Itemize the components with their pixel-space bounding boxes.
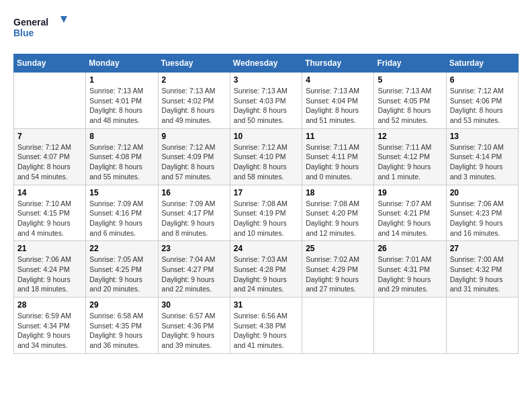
- daylight-text: Daylight: 9 hours and 12 minutes.: [306, 218, 370, 238]
- day-number: 1: [89, 75, 154, 85]
- daylight-text: Daylight: 8 hours and 55 minutes.: [89, 162, 154, 181]
- sunrise-text: Sunrise: 7:03 AM: [234, 255, 298, 265]
- sunrise-text: Sunrise: 7:12 AM: [234, 142, 298, 152]
- sunset-text: Sunset: 4:15 PM: [17, 208, 82, 218]
- day-info: Sunrise: 7:04 AM Sunset: 4:27 PM Dayligh…: [162, 255, 226, 294]
- sunset-text: Sunset: 4:02 PM: [162, 96, 226, 106]
- sunrise-text: Sunrise: 7:09 AM: [162, 199, 226, 209]
- sunrise-text: Sunrise: 7:11 AM: [378, 142, 442, 152]
- week-row-4: 21 Sunrise: 7:06 AM Sunset: 4:24 PM Dayl…: [14, 241, 519, 298]
- day-info: Sunrise: 7:01 AM Sunset: 4:31 PM Dayligh…: [378, 255, 442, 294]
- day-number: 11: [306, 132, 370, 141]
- daylight-text: Daylight: 9 hours and 1 minute.: [378, 162, 442, 181]
- day-info: Sunrise: 6:59 AM Sunset: 4:34 PM Dayligh…: [17, 311, 82, 351]
- sunset-text: Sunset: 4:11 PM: [306, 152, 370, 162]
- daylight-text: Daylight: 9 hours and 39 minutes.: [162, 330, 226, 350]
- day-header-tuesday: Tuesday: [158, 54, 230, 73]
- daylight-text: Daylight: 8 hours and 57 minutes.: [162, 162, 226, 181]
- sunset-text: Sunset: 4:19 PM: [234, 208, 298, 218]
- day-number: 18: [306, 188, 370, 197]
- sunset-text: Sunset: 4:03 PM: [234, 96, 298, 106]
- calendar-cell: 26 Sunrise: 7:01 AM Sunset: 4:31 PM Dayl…: [374, 241, 446, 298]
- sunset-text: Sunset: 4:16 PM: [89, 208, 154, 218]
- sunrise-text: Sunrise: 7:09 AM: [89, 199, 154, 209]
- day-info: Sunrise: 7:11 AM Sunset: 4:12 PM Dayligh…: [378, 142, 442, 182]
- calendar-table: SundayMondayTuesdayWednesdayThursdayFrid…: [13, 54, 519, 354]
- sunset-text: Sunset: 4:20 PM: [306, 208, 370, 218]
- day-number: 16: [162, 188, 226, 197]
- day-number: 23: [162, 244, 226, 253]
- daylight-text: Daylight: 8 hours and 51 minutes.: [306, 105, 370, 125]
- sunset-text: Sunset: 4:09 PM: [162, 152, 226, 162]
- day-number: 27: [450, 244, 515, 253]
- calendar-cell: [374, 298, 446, 354]
- svg-text:Blue: Blue: [13, 28, 34, 38]
- day-number: 30: [162, 300, 226, 310]
- sunrise-text: Sunrise: 7:01 AM: [378, 255, 442, 265]
- svg-text:General: General: [13, 17, 48, 28]
- daylight-text: Daylight: 8 hours and 54 minutes.: [17, 162, 82, 181]
- calendar-cell: 20 Sunrise: 7:06 AM Sunset: 4:23 PM Dayl…: [446, 185, 518, 241]
- day-info: Sunrise: 7:13 AM Sunset: 4:01 PM Dayligh…: [89, 86, 154, 126]
- sunset-text: Sunset: 4:08 PM: [89, 152, 154, 162]
- sunrise-text: Sunrise: 7:06 AM: [450, 199, 515, 209]
- day-number: 8: [89, 132, 154, 141]
- day-header-wednesday: Wednesday: [230, 54, 302, 73]
- calendar-cell: 15 Sunrise: 7:09 AM Sunset: 4:16 PM Dayl…: [86, 185, 158, 241]
- sunrise-text: Sunrise: 7:11 AM: [306, 142, 370, 152]
- calendar-cell: [302, 298, 374, 354]
- day-info: Sunrise: 7:02 AM Sunset: 4:29 PM Dayligh…: [306, 255, 370, 294]
- day-number: 3: [234, 75, 298, 85]
- svg-marker-2: [60, 16, 67, 23]
- sunset-text: Sunset: 4:17 PM: [162, 208, 226, 218]
- daylight-text: Daylight: 9 hours and 3 minutes.: [450, 162, 515, 181]
- calendar-cell: 10 Sunrise: 7:12 AM Sunset: 4:10 PM Dayl…: [230, 128, 302, 185]
- day-info: Sunrise: 7:08 AM Sunset: 4:20 PM Dayligh…: [306, 199, 370, 238]
- daylight-text: Daylight: 9 hours and 22 minutes.: [162, 275, 226, 294]
- day-number: 14: [17, 188, 82, 197]
- sunset-text: Sunset: 4:21 PM: [378, 208, 442, 218]
- sunset-text: Sunset: 4:04 PM: [306, 96, 370, 106]
- daylight-text: Daylight: 9 hours and 31 minutes.: [450, 275, 515, 294]
- daylight-text: Daylight: 8 hours and 53 minutes.: [450, 105, 515, 125]
- calendar-cell: 24 Sunrise: 7:03 AM Sunset: 4:28 PM Dayl…: [230, 241, 302, 298]
- header-row: SundayMondayTuesdayWednesdayThursdayFrid…: [14, 54, 519, 73]
- day-info: Sunrise: 7:12 AM Sunset: 4:06 PM Dayligh…: [450, 86, 515, 126]
- calendar-cell: [446, 298, 518, 354]
- day-header-monday: Monday: [86, 54, 158, 73]
- sunrise-text: Sunrise: 6:59 AM: [17, 311, 82, 321]
- day-number: 6: [450, 75, 515, 85]
- sunset-text: Sunset: 4:14 PM: [450, 152, 515, 162]
- daylight-text: Daylight: 9 hours and 24 minutes.: [234, 275, 298, 294]
- sunset-text: Sunset: 4:12 PM: [378, 152, 442, 162]
- day-number: 22: [89, 244, 154, 253]
- daylight-text: Daylight: 8 hours and 58 minutes.: [234, 162, 298, 181]
- sunrise-text: Sunrise: 7:02 AM: [306, 255, 370, 265]
- day-number: 26: [378, 244, 442, 253]
- calendar-cell: 4 Sunrise: 7:13 AM Sunset: 4:04 PM Dayli…: [302, 73, 374, 129]
- daylight-text: Daylight: 8 hours and 50 minutes.: [234, 105, 298, 125]
- sunrise-text: Sunrise: 7:06 AM: [17, 255, 82, 265]
- calendar-cell: 13 Sunrise: 7:10 AM Sunset: 4:14 PM Dayl…: [446, 128, 518, 185]
- day-info: Sunrise: 7:10 AM Sunset: 4:14 PM Dayligh…: [450, 142, 515, 182]
- day-number: 25: [306, 244, 370, 253]
- sunrise-text: Sunrise: 7:12 AM: [450, 86, 515, 96]
- day-number: 17: [234, 188, 298, 197]
- sunset-text: Sunset: 4:34 PM: [17, 321, 82, 331]
- day-info: Sunrise: 7:06 AM Sunset: 4:23 PM Dayligh…: [450, 199, 515, 238]
- day-info: Sunrise: 6:58 AM Sunset: 4:35 PM Dayligh…: [89, 311, 154, 351]
- calendar-cell: 19 Sunrise: 7:07 AM Sunset: 4:21 PM Dayl…: [374, 185, 446, 241]
- day-info: Sunrise: 7:09 AM Sunset: 4:16 PM Dayligh…: [89, 199, 154, 238]
- calendar-cell: 5 Sunrise: 7:13 AM Sunset: 4:05 PM Dayli…: [374, 73, 446, 129]
- day-number: 12: [378, 132, 442, 141]
- daylight-text: Daylight: 9 hours and 34 minutes.: [17, 330, 82, 350]
- sunrise-text: Sunrise: 6:56 AM: [234, 311, 298, 321]
- sunrise-text: Sunrise: 7:13 AM: [89, 86, 154, 96]
- day-info: Sunrise: 7:12 AM Sunset: 4:10 PM Dayligh…: [234, 142, 298, 182]
- sunset-text: Sunset: 4:10 PM: [234, 152, 298, 162]
- calendar-cell: 21 Sunrise: 7:06 AM Sunset: 4:24 PM Dayl…: [14, 241, 86, 298]
- sunrise-text: Sunrise: 7:10 AM: [450, 142, 515, 152]
- week-row-3: 14 Sunrise: 7:10 AM Sunset: 4:15 PM Dayl…: [14, 185, 519, 241]
- day-info: Sunrise: 7:13 AM Sunset: 4:05 PM Dayligh…: [378, 86, 442, 126]
- day-number: 10: [234, 132, 298, 141]
